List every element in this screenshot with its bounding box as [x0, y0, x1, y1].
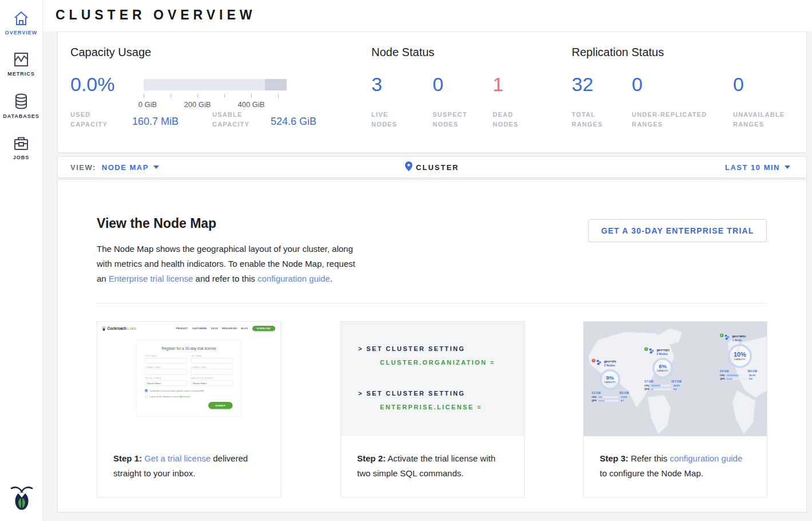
node-map-heading: View the Node Map: [97, 216, 216, 231]
enterprise-trial-button[interactable]: GET A 30-DAY ENTERPRISE TRIAL: [588, 219, 767, 242]
capacity-usage-section: Capacity Usage 0.0% 0 GiB 200 GiB 400 Gi…: [70, 32, 339, 152]
mini-select: Please Select: [191, 380, 233, 386]
capacity-label: CAPACITY: [655, 370, 671, 372]
capacity-bar: 0 GiB 200 GiB 400 GiB: [144, 79, 287, 109]
cpu-value: 42.5%: [674, 384, 680, 387]
page-header: CLUSTER OVERVIEW: [43, 0, 812, 31]
live-nodes-label: LIVE NODES: [371, 110, 408, 129]
tick-label: 400 GiB: [238, 100, 265, 109]
cpu-value: 11.0%: [621, 396, 627, 398]
capacity-bar-reserved-segment: [265, 79, 287, 90]
mini-nav-resources: RESOURCES: [222, 327, 237, 330]
capacity-percent: 6%: [655, 364, 671, 370]
metrics-icon: [0, 52, 42, 68]
mini-nav-customers: CUSTOMERS: [192, 327, 207, 330]
mini-license-link: Software License Agreement.: [163, 396, 191, 398]
sidebar-item-label: OVERVIEW: [0, 30, 42, 35]
capacity-label: CAPACITY: [602, 381, 619, 384]
cluster-summary-panel: Capacity Usage 0.0% 0 GiB 200 GiB 400 Gi…: [57, 31, 807, 153]
view-dropdown[interactable]: VIEW: NODE MAP: [70, 163, 159, 172]
view-label: VIEW:: [70, 163, 96, 172]
mini-logo-text: Cockroach: [108, 326, 127, 331]
view-toolbar: VIEW: NODE MAP CLUSTER LAST 10 MIN: [57, 156, 807, 178]
region-name: geo=ams: [732, 334, 746, 338]
sidebar-item-metrics[interactable]: METRICS: [0, 41, 42, 82]
step3-node-map-preview: ! geo=sfo 2 Nodes 9% CAPACITY 3.2 GiB 35…: [584, 322, 767, 436]
jobs-icon: [0, 135, 42, 151]
map-region-ams: ✓ geo=ams 1 Node 10% CAPACITY 3.6 GiB 36…: [720, 334, 767, 380]
enterprise-trial-license-link[interactable]: Enterprise trial license: [109, 274, 193, 283]
get-trial-license-link[interactable]: Get a trial license: [144, 453, 211, 463]
mini-input: [191, 358, 233, 364]
region-node-count: 2 Nodes: [604, 364, 616, 368]
total-ranges-label: TOTAL RANGES: [572, 110, 612, 129]
capacity-used: 3.2 GiB: [592, 392, 601, 394]
dead-nodes-value: 1: [493, 73, 504, 95]
mini-field-label: PROJECT PHASE: [145, 378, 187, 380]
capacity-total: 364 GiB: [747, 370, 757, 373]
mini-checkbox-unchecked: [145, 396, 148, 398]
breadcrumb-cluster: CLUSTER: [405, 161, 459, 173]
mini-download-button: DOWNLOAD: [252, 326, 275, 331]
mini-select: Please Select: [145, 380, 187, 386]
under-replicated-ranges-label: UNDER-REPLICATED RANGES: [632, 110, 723, 129]
region-node-count: 2 Nodes: [657, 353, 670, 356]
qps-value: 4.4: [749, 378, 752, 381]
mini-field-label: FIRST NAME: [145, 356, 187, 357]
capacity-bar-ticks: [144, 94, 287, 98]
description-text: .: [330, 274, 332, 283]
used-capacity-label: USED CAPACITY: [70, 110, 113, 129]
capacity-total: 351 GiB: [619, 392, 629, 394]
sidebar-item-databases[interactable]: DATABASES: [0, 82, 42, 125]
total-ranges-value: 32: [572, 73, 593, 95]
qps-value: 4.7: [621, 400, 624, 402]
unavailable-ranges-label: UNAVAILABLE RANGES: [733, 110, 796, 129]
step3-text: Refer this: [628, 453, 670, 463]
tick-label: 0 GiB: [138, 100, 157, 109]
cockroachlabs-logo: [0, 483, 43, 513]
configuration-guide-link[interactable]: configuration guide: [258, 274, 330, 283]
sidebar-item-jobs[interactable]: JOBS: [0, 125, 42, 166]
sidebar-item-label: METRICS: [0, 71, 42, 77]
region-node-count: 1 Node: [732, 339, 746, 342]
node-map-description: The Node Map shows the geographical layo…: [97, 242, 366, 286]
suspect-nodes-value: 0: [433, 73, 443, 95]
sidebar-item-label: DATABASES: [0, 113, 42, 119]
step1-card: Cockroach LABS PRODUCT CUSTOMERS DOCS RE…: [97, 321, 281, 498]
sql-command-line: CLUSTER.ORGANIZATION =: [380, 358, 524, 366]
capacity-used: 3.6 GiB: [720, 370, 729, 373]
region-name: geo=sfo: [604, 360, 616, 364]
nodes-icon: [649, 348, 655, 354]
view-value: NODE MAP: [102, 163, 149, 172]
nodes-icon: [724, 334, 731, 340]
configuration-guide-link[interactable]: configuration guide: [670, 453, 743, 463]
mini-nav-product: PRODUCT: [176, 327, 188, 330]
sidebar-item-label: JOBS: [0, 155, 42, 160]
cpu-value: 58.3%: [749, 374, 755, 377]
cluster-label: CLUSTER: [416, 163, 459, 172]
time-range-value: LAST 10 MIN: [725, 163, 780, 172]
mini-field-label: REASON FOR INTEREST: [191, 378, 233, 380]
step3-label: Step 3:: [600, 453, 628, 463]
map-region-sfo: ! geo=sfo 2 Nodes 9% CAPACITY 3.2 GiB 35…: [592, 360, 646, 402]
used-capacity-value: 160.7 MiB: [132, 116, 179, 128]
usable-capacity-value: 524.6 GiB: [271, 116, 316, 128]
mini-checkbox-label: I agree to the: [149, 396, 163, 398]
sidebar-item-overview[interactable]: OVERVIEW: [0, 0, 42, 41]
mini-field-label: COMPANY EMAIL: [191, 366, 233, 368]
capacity-label: CAPACITY: [730, 358, 750, 361]
live-nodes-value: 3: [371, 73, 382, 95]
sidebar: OVERVIEW METRICS DATABASES: [0, 0, 43, 521]
step3-card: ! geo=sfo 2 Nodes 9% CAPACITY 3.2 GiB 35…: [583, 321, 767, 498]
sql-command-line: > SET CLUSTER SETTING: [358, 389, 524, 397]
step2-caption: Step 2: Activate the trial license with …: [341, 436, 524, 481]
time-range-dropdown[interactable]: LAST 10 MIN: [725, 163, 790, 172]
qps-value: 0.0: [674, 388, 677, 391]
alert-badge-icon: !: [592, 359, 596, 363]
capacity-total: 43.7 GiB: [671, 380, 682, 383]
step3-text: to configure the Node Map.: [600, 468, 703, 478]
mini-nav-blog: BLOG: [241, 327, 248, 330]
mini-submit-button: SUBMIT: [208, 402, 232, 409]
step1-caption: Step 1: Get a trial license delivered st…: [97, 436, 280, 481]
dead-nodes-label: DEAD NODES: [493, 110, 527, 129]
